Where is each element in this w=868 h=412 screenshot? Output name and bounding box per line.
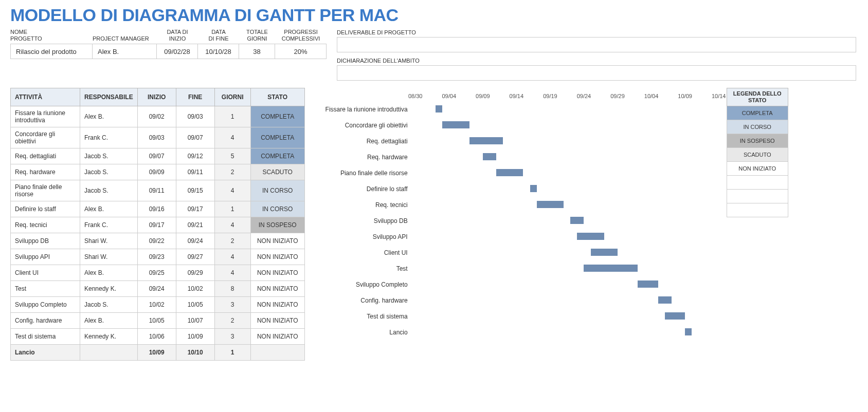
table-row[interactable]: Piano finale delle risorseJacob S.09/110… bbox=[11, 180, 305, 201]
cell-days[interactable]: 4 bbox=[214, 249, 250, 265]
cell-status[interactable]: NON INIZIATO bbox=[250, 297, 304, 313]
cell-status[interactable]: IN SOSPESO bbox=[250, 217, 304, 233]
cell-status[interactable]: IN CORSO bbox=[250, 180, 304, 201]
table-row[interactable]: Sviluppo APIShari W.09/2309/274NON INIZI… bbox=[11, 249, 305, 265]
cell-activity[interactable]: Client UI bbox=[11, 265, 80, 281]
table-row[interactable]: Concordare gli obiettiviFrank C.09/0309/… bbox=[11, 127, 305, 148]
table-row[interactable]: Req. hardwareJacob S.09/0909/112SCADUTO bbox=[11, 164, 305, 180]
cell-owner[interactable]: Kennedy K. bbox=[80, 281, 138, 297]
cell-end[interactable]: 09/29 bbox=[176, 265, 214, 281]
cell-days[interactable]: 1 bbox=[214, 345, 250, 361]
cell-owner[interactable]: Alex B. bbox=[80, 201, 138, 217]
cell-end[interactable]: 09/24 bbox=[176, 233, 214, 249]
cell-days[interactable]: 5 bbox=[214, 148, 250, 164]
summary-start[interactable]: 09/02/28 bbox=[157, 44, 198, 59]
cell-start[interactable]: 09/17 bbox=[137, 217, 176, 233]
cell-start[interactable]: 09/09 bbox=[137, 164, 176, 180]
cell-start[interactable]: 10/09 bbox=[137, 345, 176, 361]
scope-input[interactable] bbox=[337, 65, 856, 81]
cell-activity[interactable]: Concordare gli obiettivi bbox=[11, 127, 80, 148]
cell-end[interactable]: 10/07 bbox=[176, 313, 214, 329]
cell-start[interactable]: 09/24 bbox=[137, 281, 176, 297]
cell-activity[interactable]: Sviluppo Completo bbox=[11, 297, 80, 313]
cell-end[interactable]: 09/15 bbox=[176, 180, 214, 201]
gantt-bar[interactable] bbox=[658, 296, 672, 304]
cell-start[interactable]: 09/02 bbox=[137, 106, 176, 127]
gantt-bar[interactable] bbox=[496, 169, 523, 176]
cell-status[interactable]: COMPLETA bbox=[250, 127, 304, 148]
cell-owner[interactable]: Alex B. bbox=[80, 106, 138, 127]
table-row[interactable]: Req. dettagliatiJacob S.09/0709/125COMPL… bbox=[11, 148, 305, 164]
cell-activity[interactable]: Req. dettagliati bbox=[11, 148, 80, 164]
cell-status[interactable] bbox=[250, 345, 304, 361]
cell-end[interactable]: 09/07 bbox=[176, 127, 214, 148]
cell-end[interactable]: 09/12 bbox=[176, 148, 214, 164]
cell-status[interactable]: IN CORSO bbox=[250, 201, 304, 217]
th-end[interactable]: FINE bbox=[176, 88, 214, 106]
cell-end[interactable]: 09/27 bbox=[176, 249, 214, 265]
gantt-bar[interactable] bbox=[665, 312, 685, 320]
cell-activity[interactable]: Definire lo staff bbox=[11, 201, 80, 217]
cell-days[interactable]: 1 bbox=[214, 201, 250, 217]
cell-start[interactable]: 09/07 bbox=[137, 148, 176, 164]
summary-progress[interactable]: 20% bbox=[275, 44, 327, 59]
cell-days[interactable]: 2 bbox=[214, 164, 250, 180]
cell-start[interactable]: 09/16 bbox=[137, 201, 176, 217]
gantt-bar[interactable] bbox=[436, 105, 442, 113]
cell-status[interactable]: COMPLETA bbox=[250, 106, 304, 127]
cell-days[interactable]: 3 bbox=[214, 329, 250, 345]
cell-owner[interactable]: Frank C. bbox=[80, 217, 138, 233]
cell-start[interactable]: 10/06 bbox=[137, 329, 176, 345]
cell-status[interactable]: NON INIZIATO bbox=[250, 265, 304, 281]
cell-status[interactable]: NON INIZIATO bbox=[250, 281, 304, 297]
cell-end[interactable]: 09/03 bbox=[176, 106, 214, 127]
table-row[interactable]: Req. tecniciFrank C.09/1709/214IN SOSPES… bbox=[11, 217, 305, 233]
cell-owner[interactable]: Alex B. bbox=[80, 313, 138, 329]
summary-end[interactable]: 10/10/28 bbox=[198, 44, 239, 59]
gantt-bar[interactable] bbox=[577, 233, 604, 240]
cell-status[interactable]: COMPLETA bbox=[250, 148, 304, 164]
th-start[interactable]: INIZIO bbox=[137, 88, 176, 106]
table-row[interactable]: Fissare la riunione introduttivaAlex B.0… bbox=[11, 106, 305, 127]
cell-status[interactable]: NON INIZIATO bbox=[250, 313, 304, 329]
gantt-bar[interactable] bbox=[584, 265, 638, 272]
cell-days[interactable]: 4 bbox=[214, 265, 250, 281]
cell-start[interactable]: 09/03 bbox=[137, 127, 176, 148]
gantt-bar[interactable] bbox=[530, 185, 537, 192]
cell-owner[interactable]: Frank C. bbox=[80, 127, 138, 148]
cell-activity[interactable]: Sviluppo DB bbox=[11, 233, 80, 249]
cell-activity[interactable]: Req. tecnici bbox=[11, 217, 80, 233]
cell-activity[interactable]: Sviluppo API bbox=[11, 249, 80, 265]
cell-owner[interactable]: Shari W. bbox=[80, 249, 138, 265]
table-row[interactable]: TestKennedy K.09/2410/028NON INIZIATO bbox=[11, 281, 305, 297]
table-row[interactable]: Config. hardwareAlex B.10/0510/072NON IN… bbox=[11, 313, 305, 329]
cell-end[interactable]: 10/02 bbox=[176, 281, 214, 297]
cell-start[interactable]: 09/25 bbox=[137, 265, 176, 281]
cell-end[interactable]: 09/21 bbox=[176, 217, 214, 233]
th-status[interactable]: STATO bbox=[250, 88, 304, 106]
cell-days[interactable]: 4 bbox=[214, 217, 250, 233]
cell-owner[interactable]: Jacob S. bbox=[80, 164, 138, 180]
cell-owner[interactable]: Jacob S. bbox=[80, 148, 138, 164]
cell-activity[interactable]: Piano finale delle risorse bbox=[11, 180, 80, 201]
cell-start[interactable]: 10/02 bbox=[137, 297, 176, 313]
th-days[interactable]: GIORNI bbox=[214, 88, 250, 106]
th-activity[interactable]: ATTIVITÀ bbox=[11, 88, 80, 106]
cell-status[interactable]: SCADUTO bbox=[250, 164, 304, 180]
cell-owner[interactable] bbox=[80, 345, 138, 361]
cell-start[interactable]: 09/11 bbox=[137, 180, 176, 201]
cell-days[interactable]: 3 bbox=[214, 297, 250, 313]
cell-owner[interactable]: Alex B. bbox=[80, 265, 138, 281]
cell-activity[interactable]: Config. hardware bbox=[11, 313, 80, 329]
cell-start[interactable]: 10/05 bbox=[137, 313, 176, 329]
gantt-bar[interactable] bbox=[685, 328, 692, 335]
cell-owner[interactable]: Jacob S. bbox=[80, 297, 138, 313]
gantt-bar[interactable] bbox=[469, 137, 503, 144]
table-row[interactable]: Sviluppo CompletoJacob S.10/0210/053NON … bbox=[11, 297, 305, 313]
cell-end[interactable]: 09/11 bbox=[176, 164, 214, 180]
table-row[interactable]: Definire lo staffAlex B.09/1609/171IN CO… bbox=[11, 201, 305, 217]
table-row[interactable]: Lancio10/0910/101 bbox=[11, 345, 305, 361]
gantt-bar[interactable] bbox=[537, 201, 564, 208]
cell-activity[interactable]: Test di sistema bbox=[11, 329, 80, 345]
cell-status[interactable]: NON INIZIATO bbox=[250, 233, 304, 249]
